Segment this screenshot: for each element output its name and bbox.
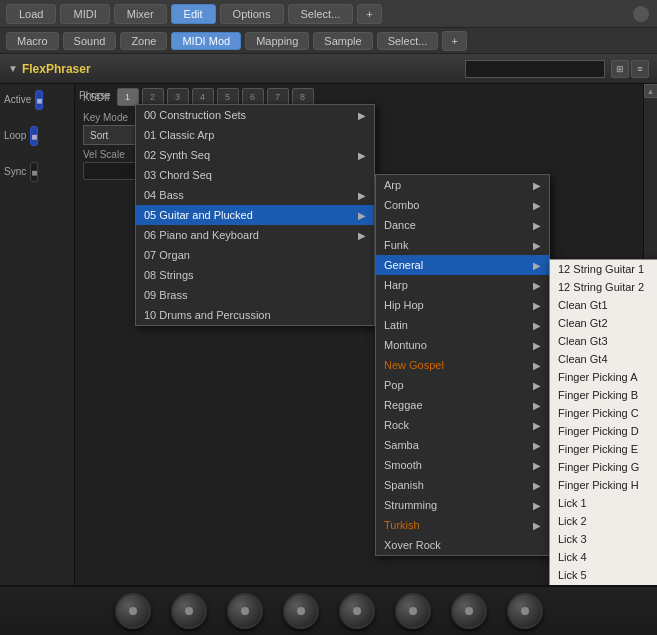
menu-l2-item-2[interactable]: Dance ▶ bbox=[376, 215, 549, 235]
menu-l1-item-2[interactable]: 02 Synth Seq ▶ bbox=[136, 145, 374, 165]
menu-l1-item-3[interactable]: 03 Chord Seq bbox=[136, 165, 374, 185]
top-nav-plus[interactable]: + bbox=[357, 4, 381, 24]
knob-5[interactable] bbox=[339, 593, 375, 629]
menu-l1-item-1[interactable]: 01 Classic Arp bbox=[136, 125, 374, 145]
menu-l2-item-8[interactable]: Montuno ▶ bbox=[376, 335, 549, 355]
menu-l2-item-14[interactable]: Smooth ▶ bbox=[376, 455, 549, 475]
menu-arrow-icon: ▶ bbox=[533, 280, 541, 291]
menu-l1-item-6[interactable]: 06 Piano and Keyboard ▶ bbox=[136, 225, 374, 245]
menu-l3-item-14[interactable]: Lick 2 bbox=[550, 512, 657, 530]
menu-l1-item-9[interactable]: 09 Brass bbox=[136, 285, 374, 305]
knob-1[interactable] bbox=[115, 593, 151, 629]
second-nav-sound[interactable]: Sound bbox=[63, 32, 117, 50]
menu-l1-item-10[interactable]: 10 Drums and Percussion bbox=[136, 305, 374, 325]
second-nav-mapping[interactable]: Mapping bbox=[245, 32, 309, 50]
menu-l3-item-5[interactable]: Clean Gt4 bbox=[550, 350, 657, 368]
header-list-icon[interactable]: ≡ bbox=[631, 60, 649, 78]
loop-toggle[interactable]: ■ bbox=[30, 126, 38, 146]
menu-l1-item-8[interactable]: 08 Strings bbox=[136, 265, 374, 285]
top-nav-close-icon[interactable] bbox=[633, 6, 649, 22]
menu-l3-item-11[interactable]: Finger Picking G bbox=[550, 458, 657, 476]
menu-l2-item-3[interactable]: Funk ▶ bbox=[376, 235, 549, 255]
menu-arrow-icon: ▶ bbox=[358, 210, 366, 221]
menu-l1-item-4[interactable]: 04 Bass ▶ bbox=[136, 185, 374, 205]
menu-arrow-icon: ▶ bbox=[533, 360, 541, 371]
menu-l3-item-7[interactable]: Finger Picking B bbox=[550, 386, 657, 404]
second-nav-midi-mod[interactable]: MIDI Mod bbox=[171, 32, 241, 50]
menu-l2-item-1[interactable]: Combo ▶ bbox=[376, 195, 549, 215]
second-nav-plus[interactable]: + bbox=[442, 31, 466, 51]
menu-overlay: 00 Construction Sets ▶ 01 Classic Arp 02… bbox=[75, 84, 643, 585]
second-nav-select[interactable]: Select... bbox=[377, 32, 439, 50]
menu-l3-item-17[interactable]: Lick 5 bbox=[550, 566, 657, 584]
menu-l3-item-16[interactable]: Lick 4 bbox=[550, 548, 657, 566]
menu-arrow-icon: ▶ bbox=[533, 320, 541, 331]
menu-l3-item-1[interactable]: 12 String Guitar 2 bbox=[550, 278, 657, 296]
top-nav-bar: Load MIDI Mixer Edit Options Select... + bbox=[0, 0, 657, 28]
knob-2[interactable] bbox=[171, 593, 207, 629]
header-search-input[interactable] bbox=[465, 60, 605, 78]
knob-3[interactable] bbox=[227, 593, 263, 629]
menu-l3-item-0[interactable]: 12 String Guitar 1 bbox=[550, 260, 657, 278]
knob-4[interactable] bbox=[283, 593, 319, 629]
menu-l3-item-12[interactable]: Finger Picking H bbox=[550, 476, 657, 494]
menu-arrow-icon: ▶ bbox=[358, 110, 366, 121]
menu-l2-item-18[interactable]: Xover Rock bbox=[376, 535, 549, 555]
header-grid-icon[interactable]: ⊞ bbox=[611, 60, 629, 78]
menu-arrow-icon: ▶ bbox=[533, 180, 541, 191]
menu-arrow-icon: ▶ bbox=[533, 520, 541, 531]
top-nav-options[interactable]: Options bbox=[220, 4, 284, 24]
menu-level1: 00 Construction Sets ▶ 01 Classic Arp 02… bbox=[135, 104, 375, 326]
knob-7[interactable] bbox=[451, 593, 487, 629]
menu-l2-item-7[interactable]: Latin ▶ bbox=[376, 315, 549, 335]
menu-l3-item-15[interactable]: Lick 3 bbox=[550, 530, 657, 548]
menu-l3-item-8[interactable]: Finger Picking C bbox=[550, 404, 657, 422]
second-nav-zone[interactable]: Zone bbox=[120, 32, 167, 50]
knob-6[interactable] bbox=[395, 593, 431, 629]
menu-l2-item-13[interactable]: Samba ▶ bbox=[376, 435, 549, 455]
menu-l2-item-17[interactable]: Turkish ▶ bbox=[376, 515, 549, 535]
menu-l3-item-3[interactable]: Clean Gt2 bbox=[550, 314, 657, 332]
menu-l2-item-16[interactable]: Strumming ▶ bbox=[376, 495, 549, 515]
menu-l2-item-6[interactable]: Hip Hop ▶ bbox=[376, 295, 549, 315]
menu-l2-item-11[interactable]: Reggae ▶ bbox=[376, 395, 549, 415]
top-nav-select[interactable]: Select... bbox=[288, 4, 354, 24]
scroll-up-btn[interactable]: ▲ bbox=[644, 84, 658, 98]
active-label: Active bbox=[4, 94, 31, 105]
menu-arrow-icon: ▶ bbox=[533, 380, 541, 391]
menu-l3-item-10[interactable]: Finger Picking E bbox=[550, 440, 657, 458]
second-nav-sample[interactable]: Sample bbox=[313, 32, 372, 50]
menu-l3-item-13[interactable]: Lick 1 bbox=[550, 494, 657, 512]
menu-l3-item-4[interactable]: Clean Gt3 bbox=[550, 332, 657, 350]
collapse-triangle-icon[interactable]: ▼ bbox=[8, 63, 18, 74]
menu-l1-item-7[interactable]: 07 Organ bbox=[136, 245, 374, 265]
top-nav-mixer[interactable]: Mixer bbox=[114, 4, 167, 24]
menu-l3-item-18[interactable]: Lick 6 bbox=[550, 584, 657, 585]
menu-l2-item-10[interactable]: Pop ▶ bbox=[376, 375, 549, 395]
menu-arrow-icon: ▶ bbox=[533, 440, 541, 451]
second-nav-macro[interactable]: Macro bbox=[6, 32, 59, 50]
menu-l2-item-4[interactable]: General ▶ bbox=[376, 255, 549, 275]
menu-arrow-icon: ▶ bbox=[358, 230, 366, 241]
menu-arrow-icon: ▶ bbox=[533, 200, 541, 211]
menu-level2: Arp ▶ Combo ▶ Dance ▶ Funk ▶ bbox=[375, 174, 550, 556]
menu-l3-item-9[interactable]: Finger Picking D bbox=[550, 422, 657, 440]
sync-label: Sync bbox=[4, 166, 26, 177]
knob-8[interactable] bbox=[507, 593, 543, 629]
sync-toggle[interactable]: ■ bbox=[30, 162, 38, 182]
menu-l3-item-2[interactable]: Clean Gt1 bbox=[550, 296, 657, 314]
menu-l2-item-9[interactable]: New Gospel ▶ bbox=[376, 355, 549, 375]
menu-l2-item-12[interactable]: Rock ▶ bbox=[376, 415, 549, 435]
menu-l2-item-5[interactable]: Harp ▶ bbox=[376, 275, 549, 295]
menu-arrow-icon: ▶ bbox=[533, 240, 541, 251]
menu-arrow-icon: ▶ bbox=[358, 150, 366, 161]
menu-l1-item-5[interactable]: 05 Guitar and Plucked ▶ bbox=[136, 205, 374, 225]
menu-l1-item-0[interactable]: 00 Construction Sets ▶ bbox=[136, 105, 374, 125]
menu-l2-item-0[interactable]: Arp ▶ bbox=[376, 175, 549, 195]
active-toggle[interactable]: ■ bbox=[35, 90, 43, 110]
top-nav-midi[interactable]: MIDI bbox=[60, 4, 109, 24]
menu-l2-item-15[interactable]: Spanish ▶ bbox=[376, 475, 549, 495]
menu-l3-item-6[interactable]: Finger Picking A bbox=[550, 368, 657, 386]
top-nav-edit[interactable]: Edit bbox=[171, 4, 216, 24]
top-nav-load[interactable]: Load bbox=[6, 4, 56, 24]
